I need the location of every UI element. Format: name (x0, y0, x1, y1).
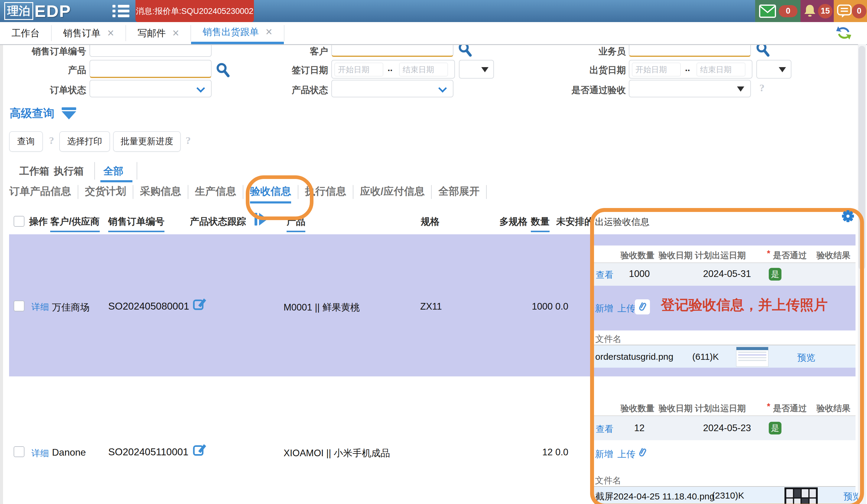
file2-name: 截屏2024-04-25 11.18.40.png (595, 490, 715, 503)
notifications-block[interactable]: 15 (801, 0, 834, 22)
message-banner[interactable]: 消息:报价单:SQU202405230002 (136, 0, 254, 22)
edit-icon[interactable] (192, 443, 207, 457)
add-link[interactable]: 新增 (595, 302, 613, 315)
bell-icon (803, 4, 817, 19)
ship-date-mode-select[interactable] (756, 60, 791, 78)
row1-checkbox[interactable] (14, 301, 24, 311)
close-icon[interactable]: × (265, 25, 272, 39)
caret-down-icon (779, 67, 786, 72)
tab-workbench[interactable]: 工作台 (0, 22, 51, 44)
tab-all[interactable]: 全部 (104, 164, 123, 178)
upload-link[interactable]: 上传 (617, 302, 635, 315)
row1-unplanned-value: 0.0 (555, 301, 568, 312)
sync-icon[interactable] (835, 24, 853, 42)
file2-thumbnail[interactable] (784, 487, 818, 504)
row2-detail-link[interactable]: 详细 (31, 448, 49, 460)
col-product[interactable]: 产品 (287, 215, 305, 232)
tab-delivery-plan[interactable]: 交货计划 (85, 184, 126, 201)
file-row-2: 截屏2024-04-25 11.18.40.png (2310)K 预览 (594, 487, 856, 504)
sign-date-start-input[interactable]: 开始日期 (334, 63, 383, 76)
acceptance-help-icon[interactable]: ? (759, 82, 764, 94)
row2-checkbox[interactable] (14, 446, 24, 457)
info-tab-divider (486, 185, 487, 199)
notification-count-badge: 15 (818, 4, 833, 19)
tab-execution-info[interactable]: 执行信息 (305, 184, 346, 201)
chat-count-badge: 0 (852, 4, 866, 19)
product-search-icon[interactable] (216, 62, 231, 77)
col-unplanned: 未安排的 (556, 215, 594, 228)
select-all-checkbox[interactable] (14, 216, 24, 227)
play-icon[interactable] (255, 213, 268, 226)
caret-down-icon (481, 67, 489, 72)
tab-receivable-payable-info[interactable]: 应收/应付信息 (360, 184, 425, 201)
close-icon[interactable]: × (172, 26, 179, 40)
panel-title: 出运验收信息 (595, 216, 649, 228)
view-link[interactable]: 查看 (596, 269, 613, 281)
box-tab-divider (94, 162, 95, 180)
col-order-no[interactable]: 销售订单编号 (108, 215, 164, 232)
tab-expand-all[interactable]: 全部展开 (438, 184, 480, 201)
menu-icon[interactable] (113, 5, 129, 17)
sign-date-end-input[interactable]: 结束日期 (399, 63, 448, 76)
hdr-accept-qty: 验收数量 (621, 403, 654, 414)
tab-sales-order[interactable]: 销售订单 × (52, 22, 126, 44)
expand-triangle-icon (62, 107, 76, 119)
info-tab-divider (243, 185, 243, 199)
hdr-accept-qty: 验收数量 (621, 250, 654, 261)
mail-block[interactable]: 0 (755, 0, 801, 22)
chat-block[interactable]: 0 (834, 0, 867, 22)
tab-workbox[interactable]: 工作箱 (19, 164, 49, 178)
row1-detail-link[interactable]: 详细 (31, 301, 49, 313)
order-status-select[interactable] (89, 80, 212, 97)
edit-icon[interactable] (192, 297, 207, 311)
ship-date-start-input[interactable]: 开始日期 (632, 63, 681, 76)
hdr-plan-ship-date: 计划出运日期 (695, 403, 746, 414)
batch-update-button[interactable]: 批量更新进度 (113, 131, 181, 152)
select-print-button[interactable]: 选择打印 (59, 131, 110, 152)
product-label: 产品 (18, 64, 86, 76)
ship-date-end-input[interactable]: 结束日期 (696, 63, 746, 76)
tab-label: 写邮件 (138, 27, 166, 40)
attachment-chip[interactable] (635, 299, 650, 314)
product-status-select[interactable] (331, 80, 453, 97)
acceptance-header-row: 验收数量 验收日期 计划出运日期 * 是否通过 验收结果 (594, 396, 856, 416)
file1-preview-link[interactable]: 预览 (797, 352, 815, 364)
query-help-icon[interactable]: ? (49, 135, 54, 146)
info-tab-bar: 订单产品信息 交货计划 采购信息 生产信息 验收信息 执行信息 应收/应付信息 … (9, 184, 487, 203)
add-link[interactable]: 新增 (595, 448, 613, 460)
gear-icon[interactable] (841, 209, 855, 223)
row1-order-no: SO202405080001 (108, 301, 189, 312)
file1-thumbnail[interactable] (736, 347, 769, 367)
tab-sales-shipment-tracking[interactable]: 销售出货跟单 × (191, 22, 283, 44)
vertical-scrollbar-thumb[interactable] (858, 46, 865, 270)
advanced-query-toggle[interactable]: 高级查询 (10, 106, 76, 121)
col-customer[interactable]: 客户/供应商 (50, 215, 100, 232)
tab-label: 销售订单 (63, 27, 101, 40)
ship-date-range[interactable]: 开始日期 .. 结束日期 (629, 60, 752, 78)
upload-link[interactable]: 上传 (617, 448, 635, 460)
row2-qty: 12 0.0 (508, 447, 568, 458)
tab-production-info[interactable]: 生产信息 (195, 184, 236, 201)
sign-date-mode-select[interactable] (459, 60, 494, 78)
col-qty[interactable]: 数量 (531, 215, 549, 232)
close-icon[interactable]: × (107, 26, 114, 40)
tab-purchase-info[interactable]: 采购信息 (140, 184, 181, 201)
tab-acceptance-info[interactable]: 验收信息 (250, 184, 291, 203)
query-button[interactable]: 查询 (9, 131, 43, 152)
attachment-chip[interactable] (635, 445, 650, 460)
tab-write-email[interactable]: 写邮件 × (126, 22, 191, 44)
row2-product: XIOAMOI || 小米手机成品 (283, 447, 390, 460)
tab-order-product-info[interactable]: 订单产品信息 (9, 184, 71, 201)
view-link[interactable]: 查看 (596, 423, 613, 436)
batch-update-help-icon[interactable]: ? (185, 135, 191, 146)
pass-badge: 是 (769, 268, 781, 281)
tab-execbox[interactable]: 执行箱 (54, 164, 84, 178)
row1-product: M0001 || 鲜果黄桃 (283, 301, 360, 314)
chevron-down-icon (438, 84, 447, 93)
product-input[interactable] (89, 60, 212, 78)
app-root: 理泊 EDP 消息:报价单:SQU202405230002 0 15 (0, 0, 867, 504)
sign-date-range[interactable]: 开始日期 .. 结束日期 (331, 60, 455, 78)
acceptance-select[interactable] (629, 80, 751, 97)
message-banner-text: 消息:报价单:SQU202405230002 (136, 6, 254, 17)
file-header-block-1: 文件名 (594, 331, 856, 345)
